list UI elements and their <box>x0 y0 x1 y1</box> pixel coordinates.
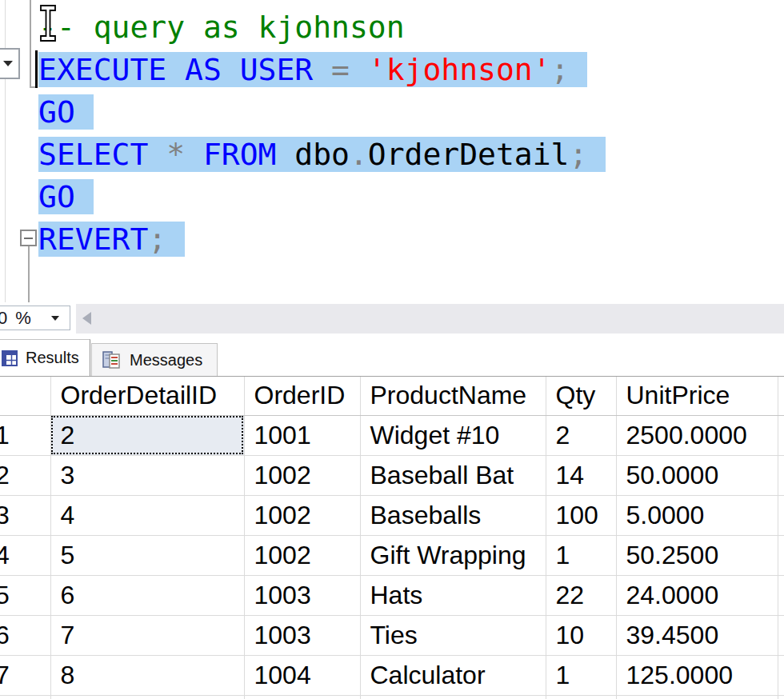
code-line-3[interactable]: GO <box>38 91 606 134</box>
results-grid-pane: OrderDetailIDOrderIDProductNameQtyUnitPr… <box>0 376 784 699</box>
row-spacer <box>778 615 784 655</box>
grid-cell[interactable]: 1 <box>546 655 616 695</box>
text-caret <box>35 50 38 88</box>
scroll-left-arrow-icon[interactable] <box>82 312 91 325</box>
grid-cell[interactable]: 24.0000 <box>616 575 778 615</box>
code-token: FROM <box>203 137 294 172</box>
code-outline-line <box>30 0 31 88</box>
grid-cell[interactable]: 1002 <box>244 535 360 575</box>
row-header-3[interactable]: 3 <box>0 495 50 535</box>
code-line-1[interactable]: -- query as kjohnson <box>38 6 606 49</box>
code-token: 'kjohnson' <box>368 52 551 87</box>
grid-cell[interactable]: Widget #10 <box>360 415 546 455</box>
grid-cell[interactable]: 125.0000 <box>616 655 778 695</box>
zoom-control[interactable]: 0 % <box>0 306 70 330</box>
collapse-region-button[interactable] <box>20 230 37 246</box>
grid-cell[interactable]: 1001 <box>244 415 360 455</box>
column-header-orderid[interactable]: OrderID <box>244 377 360 415</box>
grid-cell[interactable]: 2500.0000 <box>616 415 778 455</box>
column-header-unitprice[interactable]: UnitPrice <box>616 377 778 415</box>
code-line-6[interactable]: REVERT; <box>38 218 606 261</box>
row-spacer <box>778 495 784 535</box>
editor-left-border <box>5 0 6 302</box>
grid-cell[interactable]: Baseballs <box>360 495 546 535</box>
grid-cell[interactable]: Baseball Bat <box>360 455 546 495</box>
grid-cell[interactable]: 1 <box>546 535 616 575</box>
grid-cell[interactable]: 1002 <box>244 495 360 535</box>
grid-cell[interactable]: 6 <box>50 575 244 615</box>
row-header-1[interactable]: 1 <box>0 415 50 455</box>
grid-cell-empty[interactable] <box>0 695 50 699</box>
row-header-4[interactable]: 4 <box>0 535 50 575</box>
table-row: 451002Gift Wrapping150.2500 <box>0 535 784 575</box>
grid-cell-selected[interactable]: 2 <box>50 415 244 455</box>
grid-cell[interactable]: 5 <box>50 535 244 575</box>
chevron-down-icon <box>3 61 13 66</box>
grid-cell[interactable]: Ties <box>360 615 546 655</box>
code-token: GO <box>38 179 75 214</box>
grid-cell-empty[interactable] <box>50 695 244 699</box>
sql-editor-pane[interactable]: -- query as kjohnsonEXECUTE AS USER = 'k… <box>0 0 784 302</box>
grid-cell[interactable]: 100 <box>546 495 616 535</box>
grid-cell-empty[interactable] <box>360 695 546 699</box>
table-row: 561003Hats2224.0000 <box>0 575 784 615</box>
column-header-orderdetailid[interactable]: OrderDetailID <box>50 377 244 415</box>
grid-cell-empty[interactable] <box>244 695 360 699</box>
code-token: ; <box>570 137 588 172</box>
column-header-productname[interactable]: ProductName <box>360 377 546 415</box>
code-token: = <box>331 52 368 87</box>
code-line-2[interactable]: EXECUTE AS USER = 'kjohnson'; <box>38 49 606 91</box>
row-header-corner[interactable] <box>0 377 50 415</box>
table-row: 231002Baseball Bat1450.0000 <box>0 455 784 495</box>
row-header-2[interactable]: 2 <box>0 455 50 495</box>
grid-cell[interactable]: 50.2500 <box>616 535 778 575</box>
grid-cell-empty[interactable] <box>616 695 778 699</box>
grid-cell-empty[interactable] <box>546 695 616 699</box>
grid-cell[interactable]: 22 <box>546 575 616 615</box>
grid-cell[interactable]: 7 <box>50 615 244 655</box>
code-token: GO <box>38 94 75 130</box>
grid-cell[interactable]: 1004 <box>244 655 360 695</box>
grid-cell[interactable]: 1003 <box>244 615 360 655</box>
grid-cell[interactable]: Hats <box>360 575 546 615</box>
row-number: 7 <box>0 661 10 690</box>
grid-cell[interactable]: 2 <box>546 415 616 455</box>
grid-cell[interactable]: 10 <box>546 615 616 655</box>
horizontal-scrollbar[interactable] <box>76 304 784 334</box>
grid-cell[interactable]: 14 <box>546 455 616 495</box>
grid-cell[interactable]: 4 <box>50 495 244 535</box>
grid-cell[interactable]: 5.0000 <box>616 495 778 535</box>
grid-cell[interactable]: Gift Wrapping <box>360 535 546 575</box>
code-area[interactable]: -- query as kjohnsonEXECUTE AS USER = 'k… <box>38 6 606 261</box>
ibeam-cursor <box>36 3 60 43</box>
tab-results[interactable]: Results <box>0 339 90 376</box>
code-token: REVERT <box>38 222 148 257</box>
grid-cell[interactable]: 8 <box>50 655 244 695</box>
tab-label: Messages <box>130 351 202 369</box>
row-number: 2 <box>0 461 10 490</box>
row-number: 5 <box>0 581 10 610</box>
results-tabstrip: Results Messages <box>0 339 784 376</box>
row-header-5[interactable]: 5 <box>0 575 50 615</box>
tab-messages[interactable]: Messages <box>91 343 218 376</box>
grid-cell[interactable]: 1003 <box>244 575 360 615</box>
editor-dropdown[interactable] <box>0 48 20 79</box>
grid-cell[interactable]: 50.0000 <box>616 455 778 495</box>
editor-statusbar: 0 % <box>0 302 784 334</box>
row-number: 4 <box>0 541 10 570</box>
code-line-5[interactable]: GO <box>38 176 606 218</box>
code-token: dbo <box>294 137 350 172</box>
column-header-qty[interactable]: Qty <box>546 377 616 415</box>
ssms-query-results-window: -- query as kjohnsonEXECUTE AS USER = 'k… <box>0 0 784 699</box>
row-header-7[interactable]: 7 <box>0 655 50 695</box>
grid-cell[interactable]: 3 <box>50 455 244 495</box>
table-row: 781004Calculator1125.0000 <box>0 655 784 695</box>
messages-icon <box>101 350 122 370</box>
grid-cell[interactable]: Calculator <box>360 655 546 695</box>
results-grid-icon <box>2 350 18 367</box>
code-line-4[interactable]: SELECT * FROM dbo.OrderDetail; <box>38 134 606 176</box>
grid-cell-empty[interactable] <box>778 695 784 699</box>
grid-cell[interactable]: 39.4500 <box>616 615 778 655</box>
grid-cell[interactable]: 1002 <box>244 455 360 495</box>
row-header-6[interactable]: 6 <box>0 615 50 655</box>
